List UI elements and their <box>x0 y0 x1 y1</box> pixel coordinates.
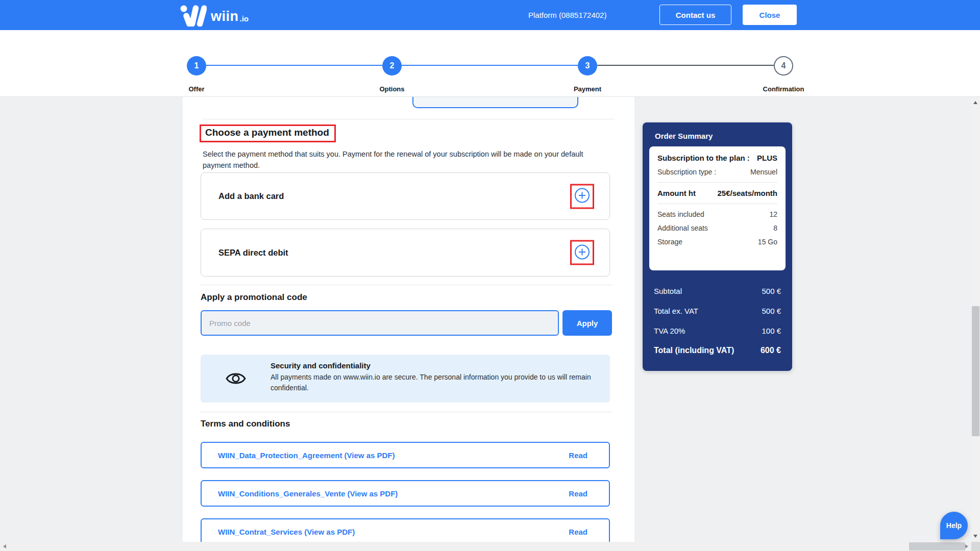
vertical-scrollbar-thumb[interactable] <box>972 306 979 436</box>
summary-row-total-ex-vat: Total ex. VAT 500 € <box>654 307 781 315</box>
step-label-offer: Offer <box>156 85 237 93</box>
row-label: Total (including VAT) <box>654 346 734 355</box>
contact-us-button[interactable]: Contact us <box>659 5 731 25</box>
row-label: Additional seats <box>657 224 708 232</box>
summary-row-additional-seats: Additional seats 8 <box>657 224 777 232</box>
divider <box>201 285 612 285</box>
scroll-up-icon[interactable] <box>973 101 977 104</box>
top-header: wiin .io Platform (0885172402) Contact u… <box>0 0 980 30</box>
payment-form-panel: Choose a payment method Select the payme… <box>183 97 634 542</box>
term-card-data-protection[interactable]: WIIN_Data_Protection_Agreement (View as … <box>201 442 610 468</box>
summary-row-amount: Amount ht 25€/seats/month <box>657 189 777 197</box>
step-label-confirmation: Confirmation <box>743 85 824 93</box>
row-value: 600 € <box>761 346 781 355</box>
summary-row-tva: TVA 20% 100 € <box>654 327 781 335</box>
security-body: All payments made on www.wiin.io are sec… <box>271 372 597 393</box>
row-label: Seats included <box>657 210 704 218</box>
add-bank-card-annotation <box>570 184 594 209</box>
payment-page: wiin .io Platform (0885172402) Contact u… <box>0 0 980 551</box>
step-circle-payment[interactable]: 3 <box>578 56 597 76</box>
row-value: 8 <box>773 224 777 232</box>
eye-icon <box>225 371 247 388</box>
step-number: 3 <box>585 61 590 70</box>
connector-1-2 <box>206 65 382 66</box>
method-card-bank-card[interactable]: Add a bank card <box>201 172 610 220</box>
wiin-logo-icon <box>180 4 207 29</box>
cropped-input-above[interactable] <box>412 97 578 108</box>
promo-code-input[interactable] <box>201 310 559 336</box>
security-note: Security and confidentiality All payment… <box>201 355 610 403</box>
logo-text: wiin <box>211 9 239 24</box>
summary-row-total-incl-vat: Total (including VAT) 600 € <box>654 346 781 355</box>
terms-heading: Terms and conditions <box>201 419 290 429</box>
row-value: 100 € <box>762 327 781 335</box>
row-label: Amount ht <box>657 189 696 197</box>
security-title: Security and confidentiality <box>271 361 597 370</box>
choose-payment-title-annotation: Choose a payment method <box>200 124 336 142</box>
connector-2-3 <box>402 65 578 66</box>
scrollbar-corner <box>971 542 980 551</box>
horizontal-scrollbar[interactable] <box>0 542 971 551</box>
apply-promo-button[interactable]: Apply <box>562 310 612 336</box>
summary-row-seats-included: Seats included 12 <box>657 210 777 218</box>
checkout-stepper: 1 2 3 4 Offer Options Payment Confirmati… <box>0 30 980 97</box>
connector-3-4 <box>597 65 774 66</box>
scroll-left-icon[interactable] <box>3 544 6 548</box>
term-doc-link[interactable]: WIIN_Conditions_Generales_Vente (View as… <box>218 489 398 498</box>
row-label: Subscription type : <box>657 168 716 176</box>
scroll-right-icon[interactable] <box>965 544 968 548</box>
summary-row-plan: Subscription to the plan : PLUS <box>657 154 777 162</box>
payment-description: Select the payment method that suits you… <box>203 148 601 171</box>
row-label: TVA 20% <box>654 327 685 335</box>
divider <box>657 204 777 204</box>
wiin-logo: wiin .io <box>180 4 249 29</box>
step-circle-options[interactable]: 2 <box>382 56 402 76</box>
row-label: Total ex. VAT <box>654 307 698 315</box>
term-read-link[interactable]: Read <box>569 451 587 460</box>
plus-circle-icon <box>574 244 590 261</box>
term-doc-link[interactable]: WIIN_Data_Protection_Agreement (View as … <box>218 451 395 460</box>
add-sepa-plus-button[interactable] <box>574 245 590 261</box>
help-button[interactable]: Help <box>940 512 968 539</box>
row-value: 15 Go <box>758 238 777 246</box>
add-sepa-annotation <box>570 240 594 265</box>
add-bank-card-plus-button[interactable] <box>574 188 590 204</box>
step-label-options: Options <box>351 85 433 93</box>
close-button[interactable]: Close <box>743 5 797 25</box>
logo-suffix: .io <box>240 14 249 23</box>
row-label: Storage <box>657 238 682 246</box>
term-read-link[interactable]: Read <box>569 489 587 498</box>
method-label: SEPA direct debit <box>218 248 288 258</box>
divider <box>203 119 615 119</box>
horizontal-scrollbar-thumb[interactable] <box>909 542 965 550</box>
promo-heading: Apply a promotional code <box>201 292 307 303</box>
step-label-payment: Payment <box>547 85 628 93</box>
step-circle-offer[interactable]: 1 <box>187 56 206 76</box>
term-card-contrat-services[interactable]: WIIN_Contrat_Services (View as PDF) Read <box>201 518 610 542</box>
plus-circle-icon <box>574 188 590 205</box>
divider <box>657 182 777 183</box>
row-value: 25€/seats/month <box>717 189 777 197</box>
choose-payment-title: Choose a payment method <box>205 127 329 138</box>
summary-row-type: Subscription type : Mensuel <box>657 168 777 176</box>
order-summary-title: Order Summary <box>655 132 713 140</box>
row-label: Subscription to the plan : <box>657 154 750 162</box>
order-summary-panel: Order Summary Subscription to the plan :… <box>643 122 792 371</box>
term-card-conditions-generales[interactable]: WIIN_Conditions_Generales_Vente (View as… <box>201 480 610 507</box>
row-value: 12 <box>769 210 777 218</box>
row-value: Mensuel <box>750 168 777 176</box>
term-doc-link[interactable]: WIIN_Contrat_Services (View as PDF) <box>218 528 355 536</box>
row-label: Subtotal <box>654 287 682 295</box>
row-value: PLUS <box>757 154 777 162</box>
divider <box>201 412 612 412</box>
step-number: 2 <box>390 61 395 70</box>
method-card-sepa[interactable]: SEPA direct debit <box>201 229 610 277</box>
row-value: 500 € <box>762 307 781 315</box>
scroll-down-icon[interactable] <box>973 535 977 538</box>
step-number: 4 <box>781 61 786 70</box>
order-summary-card: Subscription to the plan : PLUS Subscrip… <box>649 146 786 270</box>
platform-label: Platform (0885172402) <box>528 0 606 30</box>
step-circle-confirmation: 4 <box>774 56 793 76</box>
security-text: Security and confidentiality All payment… <box>271 361 597 393</box>
term-read-link[interactable]: Read <box>569 528 587 536</box>
